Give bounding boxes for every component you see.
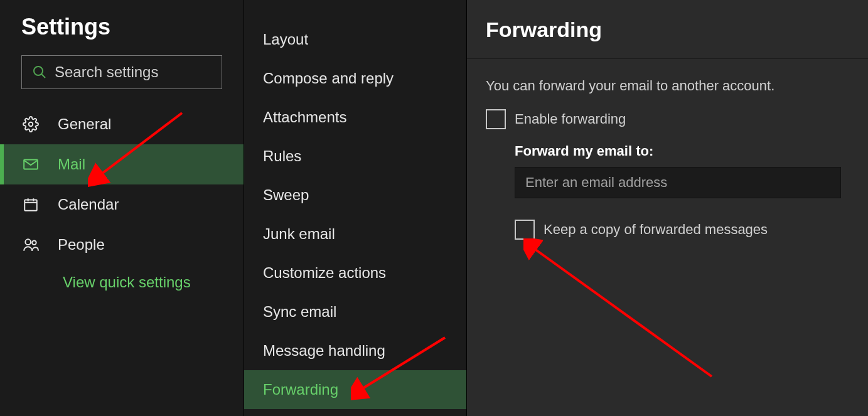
page-title: Forwarding xyxy=(467,18,868,59)
svg-rect-4 xyxy=(24,200,37,210)
cat-rules[interactable]: Rules xyxy=(244,137,466,176)
search-icon xyxy=(32,65,47,80)
mail-icon xyxy=(21,155,40,174)
mail-settings-subnav: Layout Compose and reply Attachments Rul… xyxy=(244,0,467,416)
cat-label: Sweep xyxy=(263,186,309,204)
sidebar-item-label: Mail xyxy=(58,156,85,173)
cat-sync-email[interactable]: Sync email xyxy=(244,292,466,331)
cat-sweep[interactable]: Sweep xyxy=(244,176,466,215)
cat-junk-email[interactable]: Junk email xyxy=(244,215,466,253)
cat-message-handling[interactable]: Message handling xyxy=(244,331,466,370)
sidebar-item-label: General xyxy=(58,115,111,133)
cat-label: Customize actions xyxy=(263,264,386,282)
cat-label: Forwarding xyxy=(263,381,338,398)
keep-copy-checkbox[interactable] xyxy=(515,220,535,240)
settings-title: Settings xyxy=(0,14,244,55)
cat-attachments[interactable]: Attachments xyxy=(244,98,466,137)
sidebar-item-people[interactable]: People xyxy=(0,225,244,265)
svg-point-2 xyxy=(29,122,33,127)
enable-forwarding-checkbox[interactable] xyxy=(486,109,506,129)
cat-label: Message handling xyxy=(263,342,385,360)
cat-forwarding[interactable]: Forwarding xyxy=(244,370,466,409)
forward-to-label: Forward my email to: xyxy=(515,143,849,159)
search-input[interactable] xyxy=(55,63,242,81)
cat-label: Compose and reply xyxy=(263,70,394,87)
search-settings-field[interactable] xyxy=(21,55,222,89)
cat-label: Sync email xyxy=(263,303,336,321)
forward-to-input[interactable] xyxy=(515,167,841,198)
cat-label: Junk email xyxy=(263,225,335,243)
view-quick-settings-link[interactable]: View quick settings xyxy=(0,265,244,291)
keep-copy-row: Keep a copy of forwarded messages xyxy=(515,220,849,240)
forwarding-pane: Forwarding You can forward your email to… xyxy=(467,0,868,416)
cat-label: Rules xyxy=(263,147,301,165)
svg-line-1 xyxy=(41,74,45,78)
people-icon xyxy=(21,235,40,254)
settings-category-list: General Mail xyxy=(0,104,244,265)
cat-label: Attachments xyxy=(263,109,346,126)
calendar-icon xyxy=(21,195,40,214)
enable-forwarding-row: Enable forwarding xyxy=(486,109,849,129)
cat-customize-actions[interactable]: Customize actions xyxy=(244,253,466,292)
cat-label: Layout xyxy=(263,31,308,48)
annotation-arrow-keepcopy xyxy=(523,238,718,383)
cat-layout[interactable]: Layout xyxy=(244,20,466,59)
sidebar-item-label: People xyxy=(58,236,105,253)
sidebar-item-label: Calendar xyxy=(58,196,119,213)
svg-point-0 xyxy=(34,67,43,75)
settings-sidebar: Settings General xyxy=(0,0,244,416)
enable-forwarding-label: Enable forwarding xyxy=(515,111,626,127)
gear-icon xyxy=(21,115,40,134)
cat-compose-reply[interactable]: Compose and reply xyxy=(244,59,466,98)
svg-line-21 xyxy=(532,247,712,376)
sidebar-item-calendar[interactable]: Calendar xyxy=(0,184,244,225)
keep-copy-label: Keep a copy of forwarded messages xyxy=(544,221,768,238)
svg-point-15 xyxy=(32,241,36,245)
sidebar-item-mail[interactable]: Mail xyxy=(0,144,244,184)
forwarding-description: You can forward your email to another ac… xyxy=(486,78,849,94)
sidebar-item-general[interactable]: General xyxy=(0,104,244,144)
svg-point-14 xyxy=(25,239,31,245)
